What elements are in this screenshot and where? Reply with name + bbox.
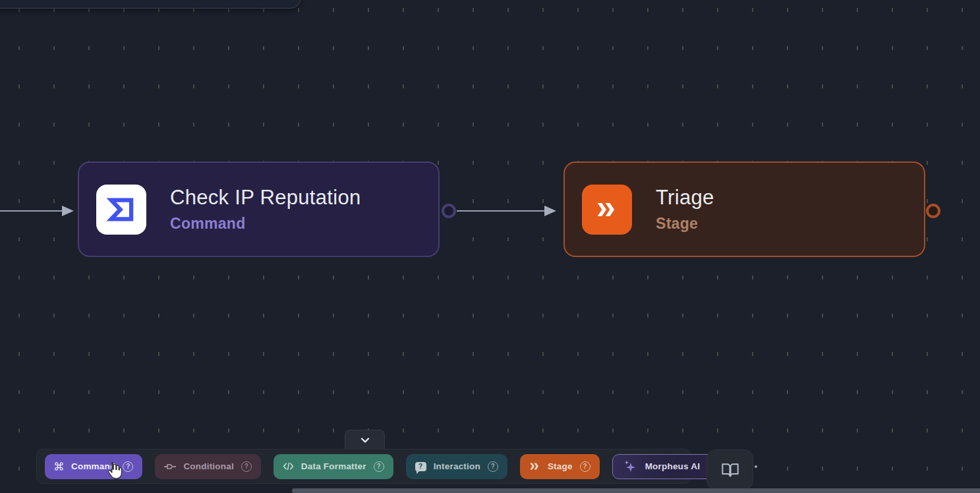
node-check-ip-reputation[interactable]: Check IP Reputation Command xyxy=(78,161,440,257)
help-icon[interactable]: ? xyxy=(123,461,133,472)
toolbar-item-label: Morpheus AI xyxy=(645,461,700,471)
node-type-label: Stage xyxy=(656,215,714,233)
node-type-label: Command xyxy=(170,215,360,233)
help-icon[interactable]: ? xyxy=(374,461,384,472)
edge-incoming-arrow xyxy=(0,203,75,219)
node-output-port[interactable] xyxy=(926,204,940,218)
command-sigma-icon xyxy=(96,185,146,235)
node-title: Check IP Reputation xyxy=(170,186,360,210)
docs-library-button[interactable] xyxy=(706,450,753,490)
code-icon xyxy=(283,462,294,471)
toolbar-item-label: Stage xyxy=(548,461,573,471)
edge-connector-arrow xyxy=(457,203,558,219)
toolbar-item-label: Interaction xyxy=(434,461,480,471)
help-icon[interactable]: ? xyxy=(580,461,591,472)
conditional-icon xyxy=(164,463,176,471)
toolbar-item-data-formatter[interactable]: Data Formatter ? xyxy=(274,454,393,479)
speech-question-icon: ? xyxy=(415,462,426,471)
node-output-port[interactable] xyxy=(442,204,456,218)
book-open-icon xyxy=(721,462,739,478)
toolbar-item-label: Command xyxy=(71,461,115,471)
toolbar-item-label: Conditional xyxy=(183,461,233,471)
command-key-icon xyxy=(54,461,64,471)
workflow-canvas[interactable]: Check IP Reputation Command Triage Stage xyxy=(0,0,980,493)
horizontal-scrollbar[interactable] xyxy=(292,488,980,493)
help-icon[interactable]: ? xyxy=(241,461,252,472)
node-palette-toolbar: Command ? Conditional ? Data Formatter ?… xyxy=(36,449,691,484)
top-panel-edge xyxy=(0,0,301,9)
sparkle-icon xyxy=(622,459,638,475)
toolbar-item-conditional[interactable]: Conditional ? xyxy=(155,454,260,479)
node-title: Triage xyxy=(656,186,714,210)
chevron-down-icon xyxy=(360,437,370,444)
toolbar-item-stage[interactable]: Stage ? xyxy=(520,454,600,479)
toolbar-item-command[interactable]: Command ? xyxy=(45,454,142,479)
stage-chevrons-icon xyxy=(582,185,632,235)
toolbar-collapse-button[interactable] xyxy=(345,430,385,450)
stage-chevrons-icon xyxy=(529,463,540,470)
help-icon[interactable]: ? xyxy=(488,461,498,472)
toolbar-item-interaction[interactable]: ? Interaction ? xyxy=(406,454,507,479)
toolbar-item-label: Data Formatter xyxy=(301,461,366,471)
node-triage[interactable]: Triage Stage xyxy=(563,161,925,257)
